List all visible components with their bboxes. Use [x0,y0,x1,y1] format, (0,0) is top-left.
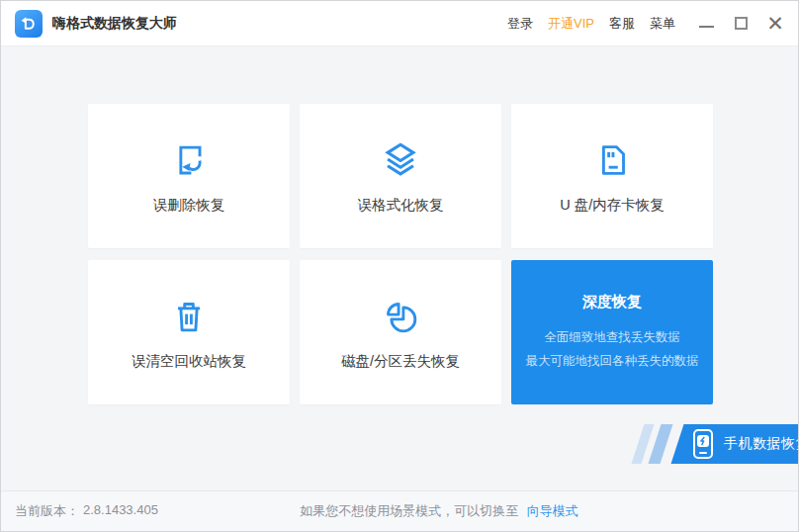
mode-switch-hint: 如果您不想使用场景模式，可以切换至 向导模式 [300,502,578,520]
phone-recovery-label: 手机数据恢复 [724,435,799,453]
card-label: 误清空回收站恢复 [132,352,246,371]
app-window: 嗨格式数据恢复大师 登录 开通VIP 客服 菜单 ✕ 误删除恢复 [0,0,799,532]
sd-card-icon [589,137,635,183]
maximize-button[interactable] [732,15,750,33]
titlebar-menu: 登录 开通VIP 客服 菜单 [507,15,675,33]
trash-icon [166,294,212,339]
restore-file-icon [166,137,212,183]
deep-recovery-subtitle-2: 最大可能地找回各种丢失的数据 [526,349,699,373]
pie-chart-icon [378,294,423,339]
phone-recovery-button[interactable]: 手机数据恢复 [671,424,799,464]
card-label: U 盘/内存卡恢复 [560,196,665,215]
card-usb-sd-recovery[interactable]: U 盘/内存卡恢复 [511,104,713,248]
card-label: 磁盘/分区丢失恢复 [341,352,460,371]
vip-button[interactable]: 开通VIP [548,15,594,33]
version-info: 当前版本： 2.8.1433.405 [15,502,158,520]
phone-recovery-icon [693,429,713,459]
login-button[interactable]: 登录 [507,15,533,33]
card-label: 误删除恢复 [153,196,225,215]
scenario-card-grid: 误删除恢复 误格式化恢复 U 盘/内存卡恢复 [88,104,713,404]
support-button[interactable]: 客服 [609,15,635,33]
menu-button[interactable]: 菜单 [650,15,675,33]
hint-text: 如果您不想使用场景模式，可以切换至 [300,503,518,518]
phone-recovery-cta: 手机数据恢复 [628,424,798,464]
maximize-icon [735,17,748,30]
title-bar: 嗨格式数据恢复大师 登录 开通VIP 客服 菜单 ✕ [1,1,798,46]
card-partition-recovery[interactable]: 磁盘/分区丢失恢复 [300,260,501,404]
close-icon: ✕ [766,15,784,33]
wizard-mode-link[interactable]: 向导模式 [527,503,578,518]
version-number: 2.8.1433.405 [83,502,158,520]
card-label: 误格式化恢复 [358,196,444,215]
layers-icon [378,137,423,183]
app-logo-icon [15,10,43,38]
deep-recovery-subtitle-1: 全面细致地查找丢失数据 [544,325,680,349]
footer-bar: 当前版本： 2.8.1433.405 如果您不想使用场景模式，可以切换至 向导模… [1,490,798,531]
close-button[interactable]: ✕ [766,15,784,33]
card-recycle-bin-recovery[interactable]: 误清空回收站恢复 [88,260,290,404]
app-title: 嗨格式数据恢复大师 [52,15,177,33]
card-formatted-recovery[interactable]: 误格式化恢复 [300,104,501,248]
minimize-icon [699,26,714,28]
minimize-button[interactable] [697,15,715,33]
card-deep-recovery[interactable]: 深度恢复 全面细致地查找丢失数据 最大可能地找回各种丢失的数据 [511,260,713,404]
version-label: 当前版本： [15,502,79,520]
window-controls: ✕ [697,15,784,33]
deep-recovery-title: 深度恢复 [582,293,642,311]
card-deleted-recovery[interactable]: 误删除恢复 [88,104,290,248]
